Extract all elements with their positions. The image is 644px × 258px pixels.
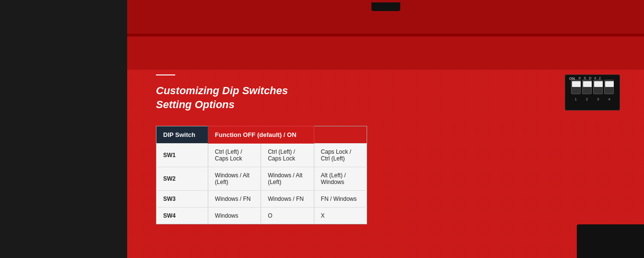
left-panel [0,0,127,258]
cell-key: Windows [208,208,261,224]
dip-num-1: 1 [574,97,576,101]
header-function: Function OFF (default) / ON [208,126,314,144]
dip-table: DIP Switch Function OFF (default) / ON S… [156,126,367,224]
dip-switches-row [565,78,620,96]
cell-off: Ctrl (Left) / Caps Lock [261,144,314,167]
dip-num-3: 3 [597,97,599,101]
dip-switch-1-toggle [572,81,581,87]
dip-switch-3-toggle [594,81,603,87]
header-dip-switch: DIP Switch [156,126,208,144]
cell-on: Alt (Left) / Windows [314,167,367,191]
usb-notch [371,2,400,11]
cell-switch-name: SW2 [156,167,208,191]
page-wrapper: ON K S D 4 2 1 2 3 4 [0,0,644,258]
dip-model-label: K S D 4 2 [579,76,602,80]
cell-key: Windows / Alt (Left) [208,167,261,191]
table-row: SW4 Windows O X [156,208,367,224]
dip-chip: ON K S D 4 2 1 2 3 4 [565,74,620,111]
dip-switch-3 [593,80,603,94]
cell-switch-name: SW3 [156,191,208,208]
cell-off: O [261,208,314,224]
bottom-right-black [577,224,644,258]
dip-component: ON K S D 4 2 1 2 3 4 [565,74,620,111]
dip-num-4: 4 [608,97,610,101]
table-row: SW3 Windows / FN Windows / FN FN / Windo… [156,191,367,208]
dip-number-row: 1 2 3 4 [565,96,620,102]
cell-on: Caps Lock / Ctrl (Left) [314,144,367,167]
top-bar [127,0,644,70]
cell-key: Ctrl (Left) / Caps Lock [208,144,261,167]
dip-switch-4-toggle [605,81,614,87]
cell-switch-name: SW1 [156,144,208,167]
decorative-line [156,74,175,75]
dip-num-2: 2 [586,97,588,101]
top-bar-line [127,34,644,37]
cell-on: X [314,208,367,224]
table-header-row: DIP Switch Function OFF (default) / ON [156,126,367,144]
cell-key: Windows / FN [208,191,261,208]
cell-off: Windows / Alt (Left) [261,167,314,191]
section-title: Customizing Dip Switches Setting Options [156,84,386,111]
content-area: Customizing Dip Switches Setting Options… [127,74,415,224]
table-row: SW2 Windows / Alt (Left) Windows / Alt (… [156,167,367,191]
dip-switch-4 [604,80,614,94]
dip-switch-2 [582,80,592,94]
cell-on: FN / Windows [314,191,367,208]
dip-switch-1 [571,80,581,94]
cell-off: Windows / FN [261,191,314,208]
cell-switch-name: SW4 [156,208,208,224]
top-bar-inner [127,0,644,34]
dip-switch-2-toggle [583,81,592,87]
table-row: SW1 Ctrl (Left) / Caps Lock Ctrl (Left) … [156,144,367,167]
